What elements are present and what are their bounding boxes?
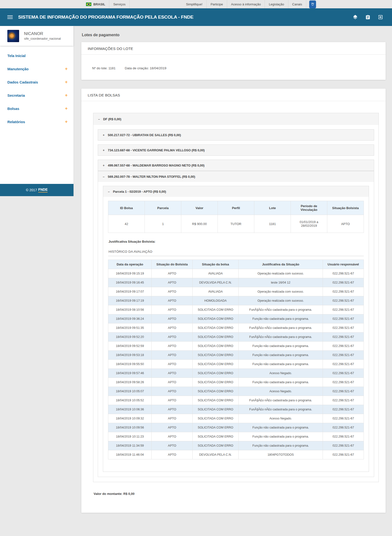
column-header: Data da operação	[108, 260, 152, 269]
table-cell: 022.298.521-67	[323, 342, 364, 351]
table-cell: APTO	[152, 414, 193, 423]
table-row: 18/04/2019 08:10:56APTOSOLICITADA COM ER…	[108, 305, 364, 314]
table-cell: Função não cadastrada para o programa.	[238, 441, 323, 450]
gov-link-acesso-a-informacao[interactable]: Acesso à informação	[227, 0, 265, 8]
sidebar-item-tela-inicial[interactable]: Tela Inicial	[0, 49, 74, 62]
brazil-flag-icon	[86, 2, 91, 6]
column-header: Situação da bolsa	[193, 260, 239, 269]
gov-brand-label: BRASIL	[93, 2, 105, 6]
table-cell: 18/04/2019 10:06:36	[108, 405, 152, 414]
user-name: NICANOR	[24, 31, 61, 36]
justificativa-label: Justificativa Situação Bolsista:	[109, 240, 364, 243]
table-cell: Operação realizada com sucesso.	[238, 287, 323, 296]
lote-info-card: INFORMAÇÕES DO LOTE Nº do lote: 1181 Dat…	[81, 42, 386, 80]
table-cell: 18/04/2019 09:52:59	[108, 342, 152, 351]
table-cell: 022.298.521-67	[323, 360, 364, 369]
app-header: SISTEMA DE INFORMAÇÃO DO PROGRAMA FORMAÇ…	[0, 8, 392, 26]
table-cell: Operação realizada com sucesso.	[238, 296, 323, 305]
table-cell: APTO	[152, 314, 193, 323]
sidebar-item-manutencao[interactable]: Manutenção+	[0, 62, 74, 75]
column-header: Período de Vinculação	[291, 201, 327, 215]
bolsista-panel-header[interactable]: +499.067.557-68 - WALDEMAR BARROSO MAGNO…	[98, 160, 374, 171]
table-row: 18/04/2019 09:58:26APTOSOLICITADA COM ER…	[108, 378, 364, 387]
bolsista-panel-header[interactable]: +734.123.687-68 - VICENTE GARRONE PALMA …	[98, 145, 374, 155]
montante-label: Valor do montante: R$ 0,00	[94, 492, 379, 496]
expand-plus-icon: +	[65, 106, 68, 111]
table-cell: APTO	[152, 378, 193, 387]
table-cell: TUTOR	[218, 215, 254, 233]
uf-panel-header[interactable]: – DF (R$ 0,00)	[93, 113, 379, 125]
table-cell: FunÃ§Ã£o nÃ£o cadastrada para o programa…	[238, 333, 323, 342]
fnde-link[interactable]: FNDE	[38, 188, 48, 192]
table-cell: 1804PGTOTODOS	[238, 450, 323, 459]
table-cell: SOLICITADA COM ERRO	[193, 423, 239, 432]
table-cell: AVALIADA	[193, 269, 239, 278]
table-cell: 16/04/2019 09:16:45	[108, 278, 152, 287]
bolsista-panel: +500.217.027-72 - UBIRATAN DE SALLES (R$…	[98, 129, 374, 141]
table-cell: 022.298.521-67	[323, 287, 364, 296]
user-role: sife_coordenador_nacional	[24, 37, 61, 40]
table-row: 18/04/2019 10:11:23APTOSOLICITADA COM ER…	[108, 432, 364, 441]
table-cell: 022.298.521-67	[323, 414, 364, 423]
gov-link-servicos[interactable]: Serviços	[109, 0, 130, 8]
vlibras-icon[interactable]	[309, 0, 316, 8]
parcela-panel-header[interactable]: – Parcela 1 - 02/2019 - APTO (R$ 0,00)	[103, 186, 369, 197]
gov-link-participe[interactable]: Participe	[206, 0, 227, 8]
column-header: Perfil	[218, 201, 254, 215]
table-cell: 18/04/2019 09:53:18	[108, 351, 152, 360]
logout-icon[interactable]	[378, 14, 383, 20]
table-cell: 01/01/2019 a 28/02/2019	[291, 215, 327, 233]
sidebar-item-label: Secretaria	[7, 93, 25, 97]
bolsista-panel-expanded: – 569.292.007-78 - WALTER NILTON PINA ST…	[98, 171, 374, 477]
table-cell: APTO	[152, 360, 193, 369]
sidebar-item-label: Bolsas	[7, 107, 19, 111]
table-cell: 16/04/2019 09:15:19	[108, 269, 152, 278]
user-card: NICANOR sife_coordenador_nacional	[0, 26, 74, 46]
clipboard-icon[interactable]	[365, 15, 370, 20]
historico-title: HISTÓRICO DA AVALIAÇÃO	[109, 250, 364, 253]
sidebar-item-relatorios[interactable]: Relatórios+	[0, 115, 74, 128]
menu-hamburger-icon[interactable]	[7, 15, 13, 19]
table-cell: APTO	[152, 369, 193, 378]
table-cell: HOMOLOGADA	[193, 296, 239, 305]
sidebar-item-secretaria[interactable]: Secretaria+	[0, 89, 74, 102]
uf-panel: – DF (R$ 0,00) +500.217.027-72 - UBIRATA…	[93, 113, 379, 482]
table-cell: 18/04/2019 08:10:56	[108, 305, 152, 314]
column-header: Situação do Bolsista	[152, 260, 193, 269]
table-cell: 1	[145, 215, 181, 233]
table-cell: 022.298.521-67	[323, 405, 364, 414]
sidebar-item-label: Manutenção	[7, 67, 29, 71]
table-cell: 022.298.521-67	[323, 323, 364, 333]
table-cell: 18/04/2019 09:51:35	[108, 323, 152, 333]
table-cell: SOLICITADA COM ERRO	[193, 342, 239, 351]
gov-link-canais[interactable]: Canais	[288, 0, 306, 8]
table-cell: APTO	[152, 287, 193, 296]
gov-link-simplifique-[interactable]: Simplifique!	[182, 0, 206, 8]
table-cell: SOLICITADA COM ERRO	[193, 405, 239, 414]
bolsista-label: 569.292.007-78 - WALTER NILTON PINA STOF…	[108, 175, 195, 179]
bolsista-panel-header[interactable]: +500.217.027-72 - UBIRATAN DE SALLES (R$…	[98, 130, 374, 140]
bolsista-panel-header[interactable]: – 569.292.007-78 - WALTER NILTON PINA ST…	[98, 171, 374, 182]
sidebar-item-dados-cadastrais[interactable]: Dados Cadastrais+	[0, 75, 74, 89]
copyright-text: © 2017	[26, 188, 37, 192]
bolsista-panel: +734.123.687-68 - VICENTE GARRONE PALMA …	[98, 144, 374, 156]
table-cell: 16/04/2019 09:17:19	[108, 296, 152, 305]
table-cell: 022.298.521-67	[323, 387, 364, 396]
bolsista-panel: +499.067.557-68 - WALDEMAR BARROSO MAGNO…	[98, 160, 374, 171]
table-cell: 18/04/2019 10:05:52	[108, 396, 152, 405]
column-header: ID Bolsa	[108, 201, 145, 215]
table-cell: APTO	[152, 396, 193, 405]
table-row: 18/04/2019 10:09:32APTOSOLICITADA COM ER…	[108, 414, 364, 423]
expand-plus-icon: +	[65, 79, 68, 85]
table-row: 18/04/2019 09:51:35APTOSOLICITADA COM ER…	[108, 323, 364, 333]
bolsista-label: 499.067.557-68 - WALDEMAR BARROSO MAGNO …	[108, 164, 205, 167]
table-cell: Função não cadastrada para o programa.	[238, 351, 323, 360]
table-row: 18/04/2019 10:05:52APTOSOLICITADA COM ER…	[108, 396, 364, 405]
gov-bar: BRASIL Serviços Simplifique!ParticipeAce…	[0, 0, 392, 8]
gov-link-legislacao[interactable]: Legislação	[265, 0, 288, 8]
table-cell: 022.298.521-67	[323, 423, 364, 432]
layers-icon[interactable]	[353, 14, 358, 20]
avatar	[7, 30, 19, 42]
sidebar-item-bolsas[interactable]: Bolsas+	[0, 102, 74, 115]
table-cell: 022.298.521-67	[323, 333, 364, 342]
